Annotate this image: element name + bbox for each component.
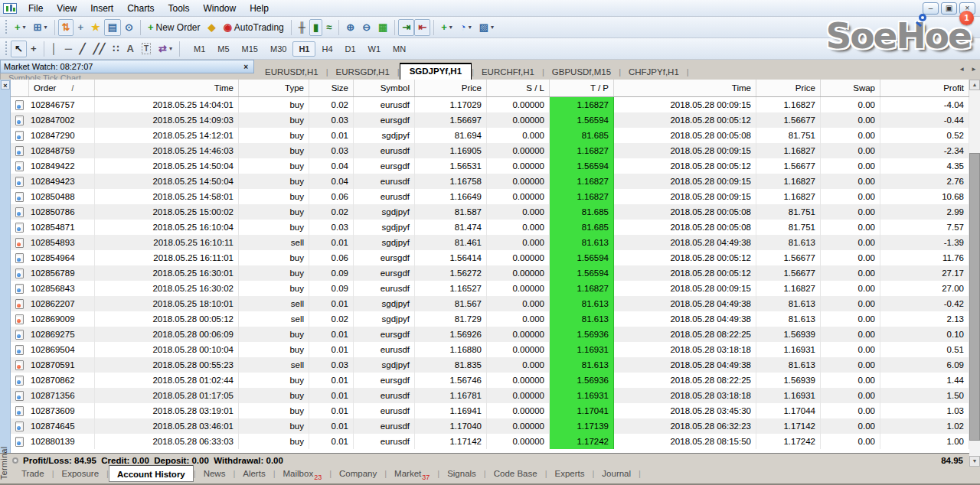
- column-header-order[interactable]: Order/: [29, 80, 95, 96]
- zoom-out-button[interactable]: ⊖: [358, 19, 374, 36]
- history-row-102870591[interactable]: 1028705912018.05.28 00:55:23sell0.03sgdj…: [11, 357, 969, 373]
- menu-item-window[interactable]: Window: [197, 2, 243, 15]
- tab-market[interactable]: Market37: [387, 467, 437, 483]
- history-row-102870862[interactable]: 1028708622018.05.28 01:02:44buy0.01eursg…: [11, 373, 969, 388]
- trendline-tool[interactable]: ╱: [76, 41, 90, 57]
- tab-company[interactable]: Company: [332, 467, 384, 480]
- menu-item-tools[interactable]: Tools: [162, 2, 197, 15]
- column-header-price[interactable]: Price: [415, 80, 487, 96]
- arrows-tool[interactable]: ⇄▾: [155, 41, 176, 57]
- minimize-button[interactable]: –: [923, 2, 939, 15]
- column-header-time[interactable]: Time: [95, 80, 239, 96]
- timeframe-d1[interactable]: D1: [339, 41, 362, 57]
- templates-button[interactable]: ▨▾: [475, 19, 498, 36]
- column-header-close_price[interactable]: Price: [756, 80, 821, 96]
- menu-item-view[interactable]: View: [50, 2, 83, 15]
- timeframe-m1[interactable]: M1: [188, 41, 211, 57]
- timeframe-m15[interactable]: M15: [236, 41, 264, 57]
- new-chart-button[interactable]: +▾: [11, 19, 30, 36]
- strategy-tester-button[interactable]: ⊙: [121, 19, 137, 36]
- line-chart-button[interactable]: ≈: [322, 19, 335, 36]
- tab-exposure[interactable]: Exposure: [54, 467, 106, 480]
- chart-tab-sgdjpyf-h1[interactable]: SGDJPYf,H1: [400, 63, 472, 80]
- vertical-line-tool[interactable]: │: [47, 41, 61, 57]
- menu-item-insert[interactable]: Insert: [83, 2, 120, 15]
- history-row-102849423[interactable]: 1028494232018.05.25 14:50:04buy0.04eurus…: [11, 174, 969, 189]
- bar-chart-button[interactable]: ╫: [295, 19, 309, 36]
- tab-account-history[interactable]: Account History: [109, 465, 194, 482]
- vertical-scrollbar[interactable]: ▲ ▼: [969, 80, 980, 467]
- chart-tab-eursgdf-h1[interactable]: EURSGDf,H1: [328, 65, 397, 80]
- menu-item-help[interactable]: Help: [243, 2, 276, 15]
- history-row-102847002[interactable]: 1028470022018.05.25 14:09:03buy0.03eursg…: [11, 112, 969, 128]
- candlestick-button[interactable]: ▮: [309, 19, 322, 36]
- history-row-102854871[interactable]: 1028548712018.05.25 16:10:04buy0.03sgdjp…: [11, 220, 969, 235]
- timeframe-mn[interactable]: MN: [387, 41, 412, 57]
- timeframe-h4[interactable]: H4: [315, 41, 338, 57]
- chart-shift-toggle[interactable]: ⇤: [414, 19, 430, 36]
- history-row-102849422[interactable]: 1028494222018.05.25 14:50:04buy0.04eursg…: [11, 158, 969, 174]
- tab-scroll-right-icon[interactable]: ►: [971, 66, 977, 73]
- history-row-102850488[interactable]: 1028504882018.05.25 14:58:01buy0.06eurus…: [11, 189, 969, 204]
- label-tool[interactable]: T: [138, 41, 155, 57]
- history-row-102854964[interactable]: 1028549642018.05.25 16:11:01buy0.06eursg…: [11, 250, 969, 265]
- cursor-tool[interactable]: ↖: [11, 41, 27, 57]
- profiles-button[interactable]: ⊞▾: [30, 19, 51, 36]
- new-order-button[interactable]: +New Order: [144, 19, 204, 36]
- menu-item-file[interactable]: File: [21, 2, 50, 15]
- history-row-102856843[interactable]: 1028568432018.05.25 16:30:02buy0.09eurus…: [11, 281, 969, 296]
- history-row-102874645[interactable]: 1028746452018.05.28 03:46:01buy0.01eurus…: [11, 418, 969, 434]
- horizontal-line-tool[interactable]: ─: [61, 41, 76, 57]
- tab-scroll-left-icon[interactable]: ◄: [959, 66, 965, 73]
- history-row-102848759[interactable]: 1028487592018.05.25 14:46:03buy0.03eurus…: [11, 143, 969, 158]
- tab-alerts[interactable]: Alerts: [235, 467, 273, 480]
- history-row-102854893[interactable]: 1028548932018.05.25 16:10:11sell0.01sgdj…: [11, 235, 969, 250]
- timeframe-m30[interactable]: M30: [264, 41, 292, 57]
- restore-button[interactable]: ▣: [941, 2, 957, 15]
- terminal-toggle[interactable]: ▤: [104, 19, 121, 36]
- column-header-tp[interactable]: T / P: [550, 80, 614, 96]
- history-row-102869504[interactable]: 1028695042018.05.28 00:10:04buy0.01eurus…: [11, 342, 969, 357]
- scroll-up-icon[interactable]: ▲: [969, 80, 980, 90]
- history-row-102847290[interactable]: 1028472902018.05.25 14:12:01buy0.01sgdjp…: [11, 128, 969, 143]
- history-row-102862207[interactable]: 1028622072018.05.25 18:10:01sell0.01sgdj…: [11, 296, 969, 311]
- market-watch-toggle[interactable]: ⇅: [58, 19, 74, 36]
- history-row-102846757[interactable]: 1028467572018.05.25 14:04:01buy0.02eurus…: [11, 97, 969, 112]
- tab-journal[interactable]: Journal: [594, 467, 639, 480]
- timeframe-h1[interactable]: H1: [292, 41, 315, 57]
- column-header-symbol[interactable]: Symbol: [354, 80, 415, 96]
- tab-trade[interactable]: Trade: [14, 467, 52, 480]
- history-row-102880139[interactable]: 1028801392018.05.28 06:33:03buy0.01eurus…: [11, 434, 969, 449]
- tab-experts[interactable]: Experts: [547, 467, 592, 480]
- history-row-102869009[interactable]: 1028690092018.05.28 00:05:12sell0.02sgdj…: [11, 311, 969, 327]
- periods-button[interactable]: ◔▾: [456, 19, 475, 36]
- fibonacci-tool[interactable]: ∷: [109, 41, 122, 57]
- menu-item-charts[interactable]: Charts: [120, 2, 161, 15]
- auto-scroll-toggle[interactable]: ⇥: [398, 19, 414, 36]
- autotrading-button[interactable]: ◉AutoTrading: [220, 19, 288, 36]
- history-row-102850786[interactable]: 1028507862018.05.25 15:00:02buy0.02sgdjp…: [11, 204, 969, 220]
- zoom-in-button[interactable]: ⊕: [342, 19, 358, 36]
- column-header-sl[interactable]: S / L: [487, 80, 550, 96]
- chart-tab-chfjpyf-h1[interactable]: CHFJPYf,H1: [621, 65, 687, 80]
- history-row-102871356[interactable]: 1028713562018.05.28 01:17:05buy0.01eurus…: [11, 388, 969, 403]
- scrollbar-thumb[interactable]: [969, 153, 980, 441]
- column-header-size[interactable]: Size: [309, 80, 354, 96]
- history-row-102856789[interactable]: 1028567892018.05.25 16:30:01buy0.09eursg…: [11, 265, 969, 281]
- text-tool[interactable]: A: [123, 41, 138, 57]
- chart-tab-gbpusdf-m15[interactable]: GBPUSDf,M15: [544, 65, 619, 80]
- close-button[interactable]: ×: [959, 2, 975, 15]
- tab-signals[interactable]: Signals: [439, 467, 484, 480]
- tile-windows-button[interactable]: ▦: [374, 19, 391, 36]
- data-window-button[interactable]: +: [74, 19, 87, 36]
- history-row-102869275[interactable]: 1028692752018.05.28 00:06:09buy0.01eursg…: [11, 327, 969, 342]
- timeframe-m5[interactable]: M5: [211, 41, 235, 57]
- column-header-swap[interactable]: Swap: [821, 80, 880, 96]
- chart-tab-eurchff-h1[interactable]: EURCHFf,H1: [474, 65, 542, 80]
- column-header-profit[interactable]: Profit: [880, 80, 969, 96]
- column-header-icon[interactable]: [11, 80, 29, 96]
- scroll-down-icon[interactable]: ▼: [969, 456, 980, 467]
- timeframe-w1[interactable]: W1: [362, 41, 387, 57]
- crosshair-tool[interactable]: +: [27, 41, 41, 57]
- history-row-102873609[interactable]: 1028736092018.05.28 03:19:01buy0.01eurus…: [11, 403, 969, 418]
